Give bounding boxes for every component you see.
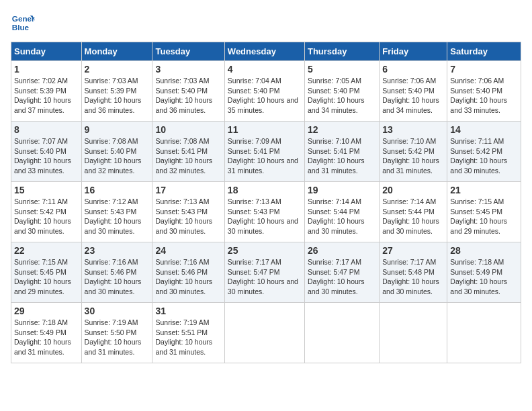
calendar-cell: 17Sunrise: 7:13 AMSunset: 5:43 PMDayligh… [152,182,224,242]
day-number: 18 [228,185,302,195]
calendar-cell: 19Sunrise: 7:14 AMSunset: 5:44 PMDayligh… [304,182,379,242]
header-wednesday: Wednesday [224,42,304,61]
day-number: 27 [382,245,444,256]
day-number: 31 [155,306,221,316]
day-info: Sunrise: 7:14 AMSunset: 5:44 PMDaylight:… [382,197,439,235]
day-info: Sunrise: 7:11 AMSunset: 5:42 PMDaylight:… [450,137,507,175]
day-number: 5 [308,64,376,75]
day-number: 30 [85,306,150,316]
calendar-cell: 22Sunrise: 7:15 AMSunset: 5:45 PMDayligh… [11,242,82,303]
day-info: Sunrise: 7:12 AMSunset: 5:43 PMDaylight:… [85,197,142,235]
day-info: Sunrise: 7:11 AMSunset: 5:42 PMDaylight:… [14,197,71,235]
day-number: 28 [450,245,518,256]
day-info: Sunrise: 7:08 AMSunset: 5:40 PMDaylight:… [85,137,142,175]
day-number: 16 [85,185,150,195]
calendar-cell: 14Sunrise: 7:11 AMSunset: 5:42 PMDayligh… [447,122,521,182]
day-info: Sunrise: 7:10 AMSunset: 5:41 PMDaylight:… [308,137,365,175]
calendar-cell: 30Sunrise: 7:19 AMSunset: 5:50 PMDayligh… [81,303,152,363]
calendar-cell: 9Sunrise: 7:08 AMSunset: 5:40 PMDaylight… [81,122,152,182]
day-info: Sunrise: 7:17 AMSunset: 5:48 PMDaylight:… [382,258,439,295]
calendar-cell [380,303,447,363]
day-number: 13 [382,124,444,135]
day-info: Sunrise: 7:19 AMSunset: 5:51 PMDaylight:… [155,318,212,356]
logo-icon: General Blue [11,11,35,35]
day-number: 22 [14,245,79,256]
calendar-cell: 27Sunrise: 7:17 AMSunset: 5:48 PMDayligh… [380,242,447,303]
day-info: Sunrise: 7:13 AMSunset: 5:43 PMDaylight:… [228,197,298,235]
calendar-cell: 23Sunrise: 7:16 AMSunset: 5:46 PMDayligh… [81,242,152,303]
calendar-table: SundayMondayTuesdayWednesdayThursdayFrid… [11,42,521,363]
calendar-cell: 29Sunrise: 7:18 AMSunset: 5:49 PMDayligh… [11,303,82,363]
day-info: Sunrise: 7:18 AMSunset: 5:49 PMDaylight:… [14,318,71,356]
logo: General Blue [11,11,35,35]
day-info: Sunrise: 7:03 AMSunset: 5:39 PMDaylight:… [85,77,142,114]
calendar-cell: 3Sunrise: 7:03 AMSunset: 5:40 PMDaylight… [152,61,224,122]
svg-text:General: General [12,14,35,23]
day-info: Sunrise: 7:13 AMSunset: 5:43 PMDaylight:… [155,197,212,235]
day-number: 24 [155,245,221,256]
day-info: Sunrise: 7:08 AMSunset: 5:41 PMDaylight:… [155,137,212,175]
calendar-cell: 13Sunrise: 7:10 AMSunset: 5:42 PMDayligh… [380,122,447,182]
calendar-cell: 25Sunrise: 7:17 AMSunset: 5:47 PMDayligh… [224,242,304,303]
day-number: 25 [228,245,302,256]
calendar-cell: 12Sunrise: 7:10 AMSunset: 5:41 PMDayligh… [304,122,379,182]
day-info: Sunrise: 7:06 AMSunset: 5:40 PMDaylight:… [450,77,507,114]
day-number: 19 [308,185,376,195]
calendar-cell [447,303,521,363]
calendar-cell: 1Sunrise: 7:02 AMSunset: 5:39 PMDaylight… [11,61,82,122]
calendar-cell: 26Sunrise: 7:17 AMSunset: 5:47 PMDayligh… [304,242,379,303]
calendar-cell: 7Sunrise: 7:06 AMSunset: 5:40 PMDaylight… [447,61,521,122]
calendar-cell: 6Sunrise: 7:06 AMSunset: 5:40 PMDaylight… [380,61,447,122]
day-number: 12 [308,124,376,135]
day-info: Sunrise: 7:06 AMSunset: 5:40 PMDaylight:… [382,77,439,114]
day-info: Sunrise: 7:19 AMSunset: 5:50 PMDaylight:… [85,318,142,356]
day-info: Sunrise: 7:15 AMSunset: 5:45 PMDaylight:… [450,197,507,235]
day-number: 7 [450,64,518,75]
header-saturday: Saturday [447,42,521,61]
calendar-cell: 11Sunrise: 7:09 AMSunset: 5:41 PMDayligh… [224,122,304,182]
day-number: 26 [308,245,376,256]
day-number: 11 [228,124,302,135]
day-info: Sunrise: 7:05 AMSunset: 5:40 PMDaylight:… [308,77,365,114]
day-info: Sunrise: 7:02 AMSunset: 5:39 PMDaylight:… [14,77,71,114]
day-number: 21 [450,185,518,195]
header-sunday: Sunday [11,42,82,61]
calendar-cell: 16Sunrise: 7:12 AMSunset: 5:43 PMDayligh… [81,182,152,242]
calendar-week-5: 29Sunrise: 7:18 AMSunset: 5:49 PMDayligh… [11,303,521,363]
day-number: 15 [14,185,79,195]
day-number: 20 [382,185,444,195]
calendar-week-3: 15Sunrise: 7:11 AMSunset: 5:42 PMDayligh… [11,182,521,242]
day-info: Sunrise: 7:17 AMSunset: 5:47 PMDaylight:… [308,258,365,295]
calendar-week-2: 8Sunrise: 7:07 AMSunset: 5:40 PMDaylight… [11,122,521,182]
day-info: Sunrise: 7:16 AMSunset: 5:46 PMDaylight:… [85,258,142,295]
header-friday: Friday [380,42,447,61]
day-info: Sunrise: 7:16 AMSunset: 5:46 PMDaylight:… [155,258,212,295]
day-info: Sunrise: 7:09 AMSunset: 5:41 PMDaylight:… [228,137,298,175]
day-info: Sunrise: 7:04 AMSunset: 5:40 PMDaylight:… [228,77,298,114]
day-number: 23 [85,245,150,256]
calendar-cell: 5Sunrise: 7:05 AMSunset: 5:40 PMDaylight… [304,61,379,122]
day-info: Sunrise: 7:18 AMSunset: 5:49 PMDaylight:… [450,258,507,295]
day-number: 8 [14,124,79,135]
calendar-cell: 21Sunrise: 7:15 AMSunset: 5:45 PMDayligh… [447,182,521,242]
calendar-cell: 18Sunrise: 7:13 AMSunset: 5:43 PMDayligh… [224,182,304,242]
calendar-cell: 8Sunrise: 7:07 AMSunset: 5:40 PMDaylight… [11,122,82,182]
header-monday: Monday [81,42,152,61]
page-header: General Blue [11,11,521,35]
calendar-cell: 10Sunrise: 7:08 AMSunset: 5:41 PMDayligh… [152,122,224,182]
calendar-cell: 20Sunrise: 7:14 AMSunset: 5:44 PMDayligh… [380,182,447,242]
day-info: Sunrise: 7:17 AMSunset: 5:47 PMDaylight:… [228,258,298,295]
calendar-cell: 4Sunrise: 7:04 AMSunset: 5:40 PMDaylight… [224,61,304,122]
day-number: 1 [14,64,79,75]
calendar-header-row: SundayMondayTuesdayWednesdayThursdayFrid… [11,42,521,61]
svg-text:Blue: Blue [12,23,30,32]
calendar-cell [304,303,379,363]
day-info: Sunrise: 7:03 AMSunset: 5:40 PMDaylight:… [155,77,212,114]
day-info: Sunrise: 7:14 AMSunset: 5:44 PMDaylight:… [308,197,365,235]
day-info: Sunrise: 7:07 AMSunset: 5:40 PMDaylight:… [14,137,71,175]
day-info: Sunrise: 7:15 AMSunset: 5:45 PMDaylight:… [14,258,71,295]
calendar-cell [224,303,304,363]
day-number: 14 [450,124,518,135]
header-tuesday: Tuesday [152,42,224,61]
calendar-cell: 15Sunrise: 7:11 AMSunset: 5:42 PMDayligh… [11,182,82,242]
